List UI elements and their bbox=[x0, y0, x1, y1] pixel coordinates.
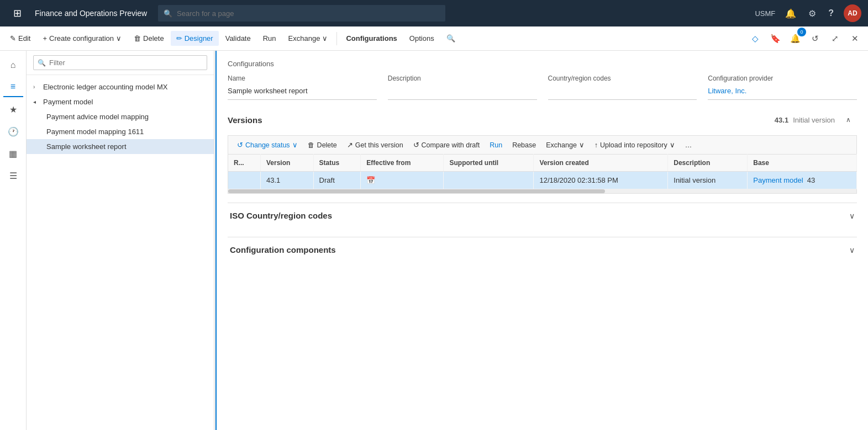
iso-section-header[interactable]: ISO Country/region codes ∨ bbox=[228, 203, 857, 228]
settings-button[interactable]: ⚙ bbox=[806, 7, 818, 20]
tree-item-label: Electronic ledger accounting model MX bbox=[43, 83, 167, 91]
versions-collapse-button[interactable]: ∧ bbox=[839, 111, 857, 129]
designer-button[interactable]: ✏ Designer bbox=[171, 31, 219, 46]
tree-content: › Electronic ledger accounting model MX … bbox=[27, 75, 214, 430]
plus-icon: + bbox=[43, 34, 47, 43]
iso-section: ISO Country/region codes ∨ bbox=[228, 203, 857, 228]
tree-panel: 🔍 › Electronic ledger accounting model M… bbox=[27, 51, 214, 430]
tree-item-payment-mapping[interactable]: Payment model mapping 1611 bbox=[27, 124, 214, 139]
exchange-button[interactable]: Exchange ∨ bbox=[283, 31, 334, 46]
exchange-chevron-icon: ∨ bbox=[579, 141, 585, 149]
col-supported-until: Supported until bbox=[444, 155, 534, 172]
base-link[interactable]: Payment model bbox=[753, 176, 803, 184]
tree-filter: 🔍 bbox=[27, 51, 214, 75]
versions-section-header: Versions 43.1 Initial version ∧ bbox=[228, 111, 857, 131]
home-icon-btn[interactable]: ⌂ bbox=[3, 55, 23, 75]
options-tab[interactable]: Options bbox=[404, 31, 440, 46]
change-status-button[interactable]: ↺ Change status ∨ bbox=[233, 138, 302, 152]
compare-draft-button[interactable]: ↺ Compare with draft bbox=[409, 138, 485, 152]
table-row[interactable]: 43.1 Draft 📅 12/18/2020 02:31:58 PM Init… bbox=[228, 172, 857, 189]
toolbar-separator bbox=[336, 32, 337, 45]
versions-exchange-button[interactable]: Exchange ∨ bbox=[541, 138, 589, 152]
tree-item-label: Sample worksheet report bbox=[46, 142, 127, 151]
star-icon-btn[interactable]: ★ bbox=[3, 99, 23, 119]
search-toolbar-button[interactable]: 🔍 bbox=[441, 31, 461, 46]
app-title: Finance and Operations Preview bbox=[35, 9, 147, 18]
versions-more-button[interactable]: … bbox=[681, 139, 697, 152]
clock-icon-btn[interactable]: 🕐 bbox=[3, 121, 23, 141]
components-title: Configuration components bbox=[230, 245, 336, 254]
scrollbar-thumb bbox=[228, 189, 605, 193]
side-icons: ⌂ ≡ ★ 🕐 ▦ ☰ bbox=[0, 51, 27, 430]
tree-item-payment-advice[interactable]: Payment advice model mapping bbox=[27, 109, 214, 124]
refresh-button[interactable]: ↺ bbox=[806, 30, 824, 47]
search-box: 🔍 bbox=[158, 5, 445, 22]
create-chevron-icon: ∨ bbox=[116, 34, 122, 43]
upload-icon: ↑ bbox=[595, 141, 598, 149]
horizontal-scrollbar[interactable] bbox=[228, 189, 857, 194]
upload-repository-button[interactable]: ↑ Upload into repository ∨ bbox=[590, 138, 680, 152]
close-button[interactable]: ✕ bbox=[846, 30, 864, 47]
tree-expanded-icon: ◂ bbox=[33, 99, 40, 105]
components-section-header[interactable]: Configuration components ∨ bbox=[228, 237, 857, 262]
version-label: Initial version bbox=[793, 116, 835, 124]
bookmark-button[interactable]: 🔖 bbox=[766, 30, 784, 47]
change-status-chevron-icon: ∨ bbox=[292, 141, 298, 149]
search-input[interactable] bbox=[177, 9, 440, 18]
delete-button[interactable]: 🗑 Delete bbox=[128, 31, 170, 46]
user-region: USMF bbox=[755, 9, 775, 18]
cell-base: Payment model 43 bbox=[748, 172, 857, 189]
validate-button[interactable]: Validate bbox=[220, 31, 256, 46]
open-new-window-button[interactable]: ⤢ bbox=[826, 30, 844, 47]
version-info: 43.1 Initial version ∧ bbox=[775, 111, 857, 129]
delete-icon: 🗑 bbox=[134, 34, 141, 43]
description-label: Description bbox=[388, 75, 537, 82]
versions-table: R... Version Status Effective from Suppo… bbox=[228, 154, 857, 189]
configurations-tab[interactable]: Configurations bbox=[340, 31, 402, 46]
cell-description: Initial version bbox=[668, 172, 748, 189]
favorites-button[interactable]: ◇ bbox=[746, 30, 764, 47]
notification-badge-toolbar: 🔔 0 bbox=[786, 30, 804, 47]
description-value[interactable] bbox=[388, 84, 537, 100]
filter-icon: 🔍 bbox=[38, 59, 46, 67]
active-nav-icon-btn[interactable]: ≡ bbox=[3, 77, 23, 97]
list-icon-btn[interactable]: ☰ bbox=[3, 166, 23, 185]
versions-run-button[interactable]: Run bbox=[485, 139, 507, 152]
col-description: Description bbox=[668, 155, 748, 172]
refresh-icon: ↺ bbox=[237, 141, 243, 149]
cell-status: Draft bbox=[313, 172, 361, 189]
table-icon-btn[interactable]: ▦ bbox=[3, 144, 23, 163]
tree-item-label: Payment model bbox=[43, 98, 93, 106]
versions-title: Versions bbox=[228, 115, 262, 125]
provider-value[interactable]: Litware, Inc. bbox=[708, 84, 857, 100]
top-bar-right: USMF 🔔 ⚙ ? AD bbox=[755, 4, 861, 22]
get-version-icon: ↗ bbox=[347, 141, 353, 149]
upload-chevron-icon: ∨ bbox=[670, 141, 675, 149]
get-version-button[interactable]: ↗ Get this version bbox=[343, 138, 408, 152]
app-grid-icon[interactable]: ⊞ bbox=[7, 0, 28, 26]
tree-item-payment-model[interactable]: ◂ Payment model bbox=[27, 94, 214, 109]
avatar[interactable]: AD bbox=[844, 4, 861, 22]
versions-delete-button[interactable]: 🗑 Delete bbox=[303, 139, 341, 152]
provider-label: Configuration provider bbox=[708, 75, 857, 82]
designer-icon: ✏ bbox=[176, 34, 182, 43]
name-value: Sample worksheet report bbox=[228, 84, 377, 100]
edit-button[interactable]: ✎ Edit bbox=[4, 31, 36, 46]
versions-table-wrap: R... Version Status Effective from Suppo… bbox=[228, 154, 857, 194]
notification-button[interactable]: 🔔 bbox=[783, 7, 798, 20]
create-configuration-button[interactable]: + Create configuration ∨ bbox=[37, 31, 127, 46]
content-area: Configurations Name Sample worksheet rep… bbox=[217, 51, 868, 430]
tree-item-electronic-ledger[interactable]: › Electronic ledger accounting model MX bbox=[27, 79, 214, 94]
provider-field-group: Configuration provider Litware, Inc. bbox=[708, 75, 857, 100]
cell-effective-from[interactable]: 📅 bbox=[361, 172, 444, 189]
calendar-icon[interactable]: 📅 bbox=[366, 176, 375, 184]
run-button[interactable]: Run bbox=[257, 31, 282, 46]
help-button[interactable]: ? bbox=[826, 7, 836, 19]
filter-input[interactable] bbox=[33, 55, 207, 70]
content-inner: Configurations Name Sample worksheet rep… bbox=[217, 51, 868, 430]
components-chevron-icon: ∨ bbox=[849, 246, 855, 254]
main-layout: ⌂ ≡ ★ 🕐 ▦ ☰ 🔍 › Electronic ledger accoun… bbox=[0, 51, 868, 430]
iso-title: ISO Country/region codes bbox=[230, 211, 332, 220]
rebase-button[interactable]: Rebase bbox=[508, 139, 540, 152]
tree-item-sample-worksheet[interactable]: Sample worksheet report bbox=[27, 139, 214, 154]
